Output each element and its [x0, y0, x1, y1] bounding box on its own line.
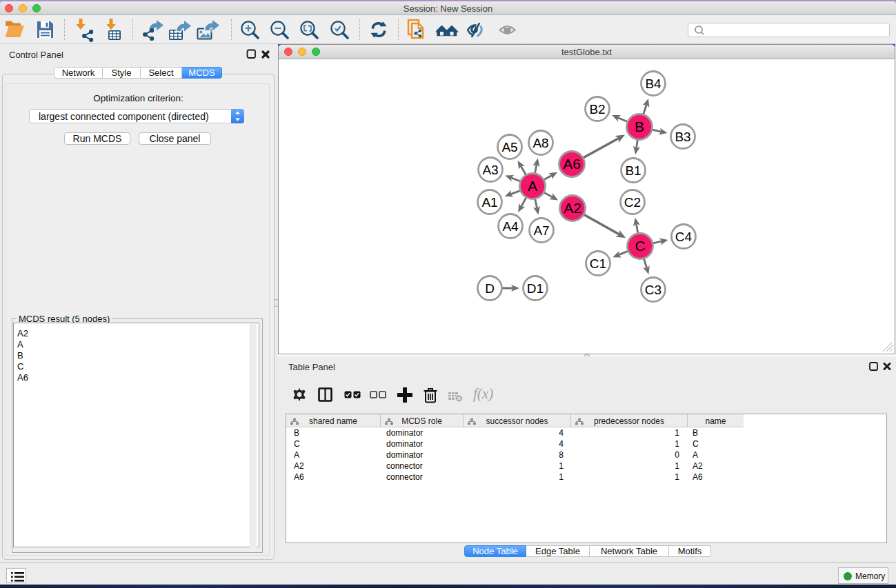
- svg-text:A: A: [528, 178, 537, 194]
- svg-text:C3: C3: [645, 283, 661, 297]
- svg-text:B1: B1: [625, 163, 641, 178]
- svg-text:A3: A3: [482, 163, 498, 177]
- svg-text:A8: A8: [532, 136, 548, 150]
- svg-text:D1: D1: [527, 281, 544, 296]
- svg-text:C1: C1: [590, 256, 606, 271]
- svg-text:D: D: [485, 281, 495, 296]
- svg-text:B4: B4: [645, 77, 661, 91]
- svg-text:B: B: [635, 119, 644, 134]
- svg-text:B3: B3: [675, 130, 690, 144]
- svg-text:A5: A5: [501, 140, 517, 154]
- svg-text:C: C: [635, 238, 645, 254]
- svg-text:C2: C2: [624, 195, 641, 210]
- svg-text:A2: A2: [564, 200, 581, 216]
- svg-text:B2: B2: [589, 102, 605, 116]
- svg-text:A6: A6: [563, 156, 581, 172]
- svg-text:A7: A7: [533, 223, 549, 238]
- svg-text:A1: A1: [481, 195, 497, 210]
- svg-text:C4: C4: [675, 230, 693, 244]
- svg-text:A4: A4: [502, 219, 519, 234]
